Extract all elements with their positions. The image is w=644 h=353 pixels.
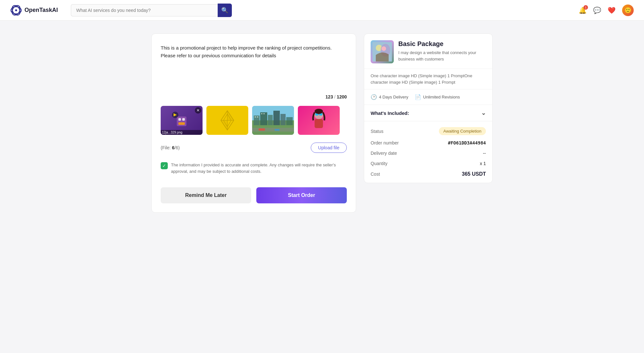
thumbnail-3[interactable] (252, 106, 294, 135)
thumb-1-close[interactable]: ✕ (195, 107, 201, 114)
svg-marker-14 (227, 111, 234, 120)
thumb-2-svg (211, 107, 243, 133)
order-number-value: #FO61DD3A44984 (448, 140, 486, 145)
delivery-meta: 🕑 4 Days Delivery (371, 94, 408, 100)
logo-icon (10, 5, 22, 16)
svg-rect-30 (275, 129, 279, 131)
file-count: (File: 6/6) (161, 145, 180, 150)
right-panel: Basic Package I may design a website tha… (364, 33, 493, 213)
svg-rect-6 (182, 118, 185, 121)
thumb-4-art (298, 106, 340, 135)
svg-rect-29 (259, 128, 265, 131)
revisions-text: Unlimited Revisions (423, 95, 460, 99)
svg-rect-35 (315, 119, 323, 128)
svg-rect-18 (254, 116, 260, 125)
package-title: Basic Package (398, 40, 486, 48)
thumb-1-svg (169, 110, 194, 131)
delivery-days: 4 Days Delivery (379, 95, 408, 99)
svg-rect-20 (268, 115, 273, 125)
status-row: Status Awaiting Completion (371, 127, 486, 135)
image-gallery: ✕ 12ja...329.png (161, 106, 347, 135)
favorites-icon[interactable]: ❤️ (608, 6, 616, 14)
svg-point-3 (15, 9, 17, 11)
cost-value: 365 USDT (462, 171, 486, 177)
notification-badge: 1 (583, 5, 588, 10)
chevron-down-icon: ⌄ (481, 109, 486, 116)
svg-rect-22 (280, 114, 286, 125)
main-content: This is a promotional project to help im… (145, 33, 499, 213)
header: OpenTaskAI 🔍 🔔 1 💬 ❤️ 🙂 (0, 0, 644, 21)
checkbox-row: ✓ The information I provided is accurate… (161, 162, 347, 174)
delivery-date-label: Delivery date (371, 151, 397, 156)
order-number-row: Order number #FO61DD3A44984 (371, 140, 486, 145)
svg-rect-7 (178, 122, 185, 125)
char-max: 1200 (337, 94, 347, 99)
logo-text: OpenTaskAI (24, 7, 58, 14)
svg-rect-25 (257, 116, 258, 117)
search-icon: 🔍 (221, 7, 228, 14)
svg-rect-27 (263, 113, 265, 114)
file-max: 6 (176, 145, 178, 150)
revisions-meta: 📄 Unlimited Revisions (415, 94, 460, 100)
svg-rect-5 (178, 118, 181, 121)
file-current: 6 (172, 145, 175, 150)
quantity-label: Quantity (371, 161, 387, 166)
start-order-button[interactable]: Start Order (256, 187, 347, 203)
upload-button[interactable]: Upload file (311, 143, 347, 153)
city-svg (252, 106, 294, 135)
package-info: Basic Package I may design a website tha… (398, 40, 486, 62)
delivery-icon: 🕑 (371, 94, 377, 100)
thumb-4-svg (304, 107, 333, 133)
svg-point-40 (382, 46, 386, 51)
quantity-value: x 1 (480, 161, 486, 166)
checkbox-icon[interactable]: ✓ (161, 162, 168, 169)
whats-included-label: What's Included: (371, 110, 409, 116)
package-header: Basic Package I may design a website tha… (364, 34, 492, 69)
search-input[interactable] (71, 4, 218, 16)
package-image (371, 40, 394, 63)
svg-rect-23 (286, 117, 293, 125)
notification-icon[interactable]: 🔔 1 (579, 6, 587, 14)
cost-label: Cost (371, 172, 380, 177)
status-label: Status (371, 129, 384, 134)
order-details: Status Awaiting Completion Order number … (364, 121, 492, 183)
svg-rect-24 (255, 116, 256, 117)
package-card: Basic Package I may design a website tha… (364, 33, 493, 183)
search-button[interactable]: 🔍 (218, 4, 232, 17)
delivery-date-value: -- (483, 151, 486, 156)
thumbnail-1[interactable]: ✕ 12ja...329.png (161, 106, 203, 135)
logo[interactable]: OpenTaskAI (10, 5, 58, 16)
avatar[interactable]: 🙂 (622, 5, 634, 16)
char-count-wrapper: 123 / 1200 (161, 66, 347, 99)
search-bar: 🔍 (71, 4, 232, 17)
quantity-row: Quantity x 1 (371, 161, 486, 166)
file-row: (File: 6/6) Upload file (161, 143, 347, 153)
package-description: One character image HD (Simple image) 1 … (364, 69, 492, 89)
svg-marker-15 (221, 120, 227, 130)
thumb-2-art (206, 106, 248, 135)
svg-rect-21 (273, 111, 280, 125)
left-panel: This is a promotional project to help im… (151, 33, 356, 213)
char-current: 123 (326, 94, 333, 99)
description-text: This is a promotional project to help im… (161, 44, 347, 60)
thumbnail-2[interactable] (206, 106, 248, 135)
remind-button[interactable]: Remind Me Later (161, 187, 251, 203)
whats-included-row[interactable]: What's Included: ⌄ (364, 105, 492, 121)
header-icons: 🔔 1 💬 ❤️ 🙂 (579, 5, 634, 16)
thumbnail-4[interactable] (298, 106, 340, 135)
package-service-desc: I may design a website that connects you… (398, 50, 486, 62)
revisions-icon: 📄 (415, 94, 421, 100)
thumb-1-label: 12ja...329.png (161, 130, 203, 135)
svg-rect-28 (252, 128, 294, 132)
buttons-row: Remind Me Later Start Order (161, 187, 347, 203)
checkbox-text: The information I provided is accurate a… (171, 162, 347, 174)
status-badge: Awaiting Completion (439, 127, 486, 135)
package-img-svg (373, 42, 392, 61)
order-number-label: Order number (371, 140, 399, 145)
cost-row: Cost 365 USDT (371, 171, 486, 177)
package-meta: 🕑 4 Days Delivery 📄 Unlimited Revisions (364, 89, 492, 105)
svg-rect-26 (261, 113, 262, 114)
messages-icon[interactable]: 💬 (593, 6, 601, 14)
char-count: 123 / 1200 (161, 94, 347, 99)
delivery-date-row: Delivery date -- (371, 151, 486, 156)
